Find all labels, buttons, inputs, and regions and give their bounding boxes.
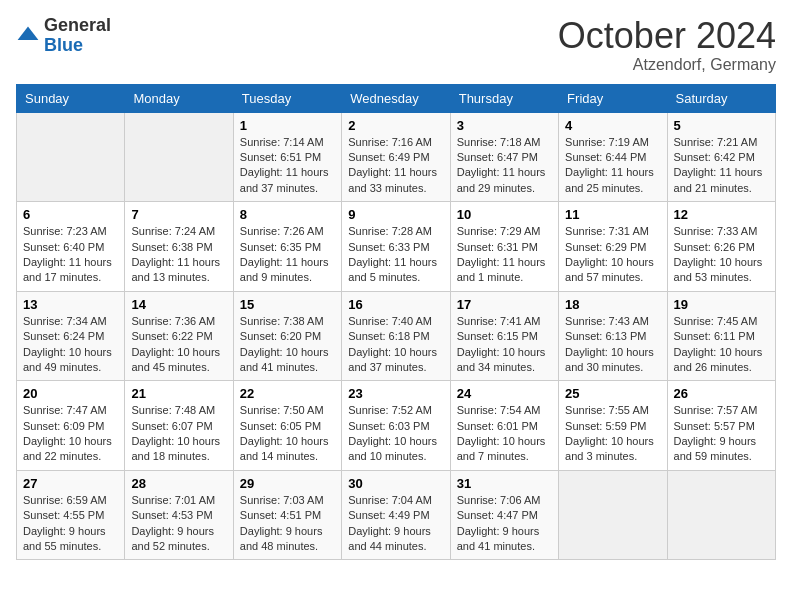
day-number: 25 [565, 386, 660, 401]
cell-content: Sunrise: 7:45 AMSunset: 6:11 PMDaylight:… [674, 315, 763, 373]
location: Atzendorf, Germany [558, 56, 776, 74]
day-number: 10 [457, 207, 552, 222]
day-number: 19 [674, 297, 769, 312]
day-number: 31 [457, 476, 552, 491]
calendar-cell: 22Sunrise: 7:50 AMSunset: 6:05 PMDayligh… [233, 381, 341, 471]
calendar-cell: 29Sunrise: 7:03 AMSunset: 4:51 PMDayligh… [233, 470, 341, 560]
cell-content: Sunrise: 7:34 AMSunset: 6:24 PMDaylight:… [23, 315, 112, 373]
calendar-cell: 23Sunrise: 7:52 AMSunset: 6:03 PMDayligh… [342, 381, 450, 471]
calendar-cell: 31Sunrise: 7:06 AMSunset: 4:47 PMDayligh… [450, 470, 558, 560]
calendar-cell [559, 470, 667, 560]
cell-content: Sunrise: 7:43 AMSunset: 6:13 PMDaylight:… [565, 315, 654, 373]
calendar-cell: 1Sunrise: 7:14 AMSunset: 6:51 PMDaylight… [233, 112, 341, 202]
weekday-header-friday: Friday [559, 84, 667, 112]
day-number: 17 [457, 297, 552, 312]
cell-content: Sunrise: 7:48 AMSunset: 6:07 PMDaylight:… [131, 404, 220, 462]
cell-content: Sunrise: 7:16 AMSunset: 6:49 PMDaylight:… [348, 136, 437, 194]
calendar-cell: 10Sunrise: 7:29 AMSunset: 6:31 PMDayligh… [450, 202, 558, 292]
day-number: 4 [565, 118, 660, 133]
cell-content: Sunrise: 7:55 AMSunset: 5:59 PMDaylight:… [565, 404, 654, 462]
day-number: 23 [348, 386, 443, 401]
calendar-cell: 20Sunrise: 7:47 AMSunset: 6:09 PMDayligh… [17, 381, 125, 471]
calendar-cell [667, 470, 775, 560]
day-number: 11 [565, 207, 660, 222]
cell-content: Sunrise: 7:29 AMSunset: 6:31 PMDaylight:… [457, 225, 546, 283]
day-number: 18 [565, 297, 660, 312]
cell-content: Sunrise: 7:21 AMSunset: 6:42 PMDaylight:… [674, 136, 763, 194]
calendar-cell: 6Sunrise: 7:23 AMSunset: 6:40 PMDaylight… [17, 202, 125, 292]
calendar-cell: 19Sunrise: 7:45 AMSunset: 6:11 PMDayligh… [667, 291, 775, 381]
calendar-cell: 30Sunrise: 7:04 AMSunset: 4:49 PMDayligh… [342, 470, 450, 560]
day-number: 6 [23, 207, 118, 222]
cell-content: Sunrise: 7:06 AMSunset: 4:47 PMDaylight:… [457, 494, 541, 552]
calendar-cell: 17Sunrise: 7:41 AMSunset: 6:15 PMDayligh… [450, 291, 558, 381]
day-number: 5 [674, 118, 769, 133]
logo-blue: Blue [44, 35, 83, 55]
cell-content: Sunrise: 7:57 AMSunset: 5:57 PMDaylight:… [674, 404, 758, 462]
day-number: 8 [240, 207, 335, 222]
svg-marker-0 [18, 26, 39, 40]
calendar-cell: 2Sunrise: 7:16 AMSunset: 6:49 PMDaylight… [342, 112, 450, 202]
cell-content: Sunrise: 7:18 AMSunset: 6:47 PMDaylight:… [457, 136, 546, 194]
cell-content: Sunrise: 7:26 AMSunset: 6:35 PMDaylight:… [240, 225, 329, 283]
day-number: 13 [23, 297, 118, 312]
cell-content: Sunrise: 7:31 AMSunset: 6:29 PMDaylight:… [565, 225, 654, 283]
cell-content: Sunrise: 7:41 AMSunset: 6:15 PMDaylight:… [457, 315, 546, 373]
cell-content: Sunrise: 7:33 AMSunset: 6:26 PMDaylight:… [674, 225, 763, 283]
title-block: October 2024 Atzendorf, Germany [558, 16, 776, 74]
calendar-cell: 26Sunrise: 7:57 AMSunset: 5:57 PMDayligh… [667, 381, 775, 471]
calendar-cell [125, 112, 233, 202]
calendar-cell: 11Sunrise: 7:31 AMSunset: 6:29 PMDayligh… [559, 202, 667, 292]
day-number: 27 [23, 476, 118, 491]
cell-content: Sunrise: 7:19 AMSunset: 6:44 PMDaylight:… [565, 136, 654, 194]
calendar-cell [17, 112, 125, 202]
calendar-cell: 24Sunrise: 7:54 AMSunset: 6:01 PMDayligh… [450, 381, 558, 471]
weekday-header-thursday: Thursday [450, 84, 558, 112]
day-number: 24 [457, 386, 552, 401]
calendar-cell: 3Sunrise: 7:18 AMSunset: 6:47 PMDaylight… [450, 112, 558, 202]
calendar-week-row: 13Sunrise: 7:34 AMSunset: 6:24 PMDayligh… [17, 291, 776, 381]
weekday-header-wednesday: Wednesday [342, 84, 450, 112]
weekday-header-row: SundayMondayTuesdayWednesdayThursdayFrid… [17, 84, 776, 112]
cell-content: Sunrise: 7:50 AMSunset: 6:05 PMDaylight:… [240, 404, 329, 462]
day-number: 22 [240, 386, 335, 401]
calendar-week-row: 6Sunrise: 7:23 AMSunset: 6:40 PMDaylight… [17, 202, 776, 292]
calendar-cell: 27Sunrise: 6:59 AMSunset: 4:55 PMDayligh… [17, 470, 125, 560]
logo: General Blue [16, 16, 111, 56]
day-number: 3 [457, 118, 552, 133]
month-title: October 2024 [558, 16, 776, 56]
weekday-header-sunday: Sunday [17, 84, 125, 112]
cell-content: Sunrise: 7:40 AMSunset: 6:18 PMDaylight:… [348, 315, 437, 373]
cell-content: Sunrise: 6:59 AMSunset: 4:55 PMDaylight:… [23, 494, 107, 552]
cell-content: Sunrise: 7:14 AMSunset: 6:51 PMDaylight:… [240, 136, 329, 194]
day-number: 21 [131, 386, 226, 401]
day-number: 20 [23, 386, 118, 401]
page-header: General Blue October 2024 Atzendorf, Ger… [16, 16, 776, 74]
day-number: 16 [348, 297, 443, 312]
calendar-body: 1Sunrise: 7:14 AMSunset: 6:51 PMDaylight… [17, 112, 776, 560]
logo-general: General [44, 15, 111, 35]
calendar-cell: 15Sunrise: 7:38 AMSunset: 6:20 PMDayligh… [233, 291, 341, 381]
cell-content: Sunrise: 7:38 AMSunset: 6:20 PMDaylight:… [240, 315, 329, 373]
calendar-table: SundayMondayTuesdayWednesdayThursdayFrid… [16, 84, 776, 561]
day-number: 30 [348, 476, 443, 491]
calendar-cell: 4Sunrise: 7:19 AMSunset: 6:44 PMDaylight… [559, 112, 667, 202]
day-number: 1 [240, 118, 335, 133]
day-number: 7 [131, 207, 226, 222]
day-number: 26 [674, 386, 769, 401]
cell-content: Sunrise: 7:23 AMSunset: 6:40 PMDaylight:… [23, 225, 112, 283]
calendar-cell: 13Sunrise: 7:34 AMSunset: 6:24 PMDayligh… [17, 291, 125, 381]
cell-content: Sunrise: 7:36 AMSunset: 6:22 PMDaylight:… [131, 315, 220, 373]
weekday-header-saturday: Saturday [667, 84, 775, 112]
calendar-cell: 25Sunrise: 7:55 AMSunset: 5:59 PMDayligh… [559, 381, 667, 471]
cell-content: Sunrise: 7:28 AMSunset: 6:33 PMDaylight:… [348, 225, 437, 283]
calendar-cell: 28Sunrise: 7:01 AMSunset: 4:53 PMDayligh… [125, 470, 233, 560]
cell-content: Sunrise: 7:01 AMSunset: 4:53 PMDaylight:… [131, 494, 215, 552]
day-number: 2 [348, 118, 443, 133]
calendar-week-row: 27Sunrise: 6:59 AMSunset: 4:55 PMDayligh… [17, 470, 776, 560]
calendar-header: SundayMondayTuesdayWednesdayThursdayFrid… [17, 84, 776, 112]
calendar-cell: 21Sunrise: 7:48 AMSunset: 6:07 PMDayligh… [125, 381, 233, 471]
calendar-cell: 18Sunrise: 7:43 AMSunset: 6:13 PMDayligh… [559, 291, 667, 381]
calendar-cell: 16Sunrise: 7:40 AMSunset: 6:18 PMDayligh… [342, 291, 450, 381]
calendar-week-row: 1Sunrise: 7:14 AMSunset: 6:51 PMDaylight… [17, 112, 776, 202]
